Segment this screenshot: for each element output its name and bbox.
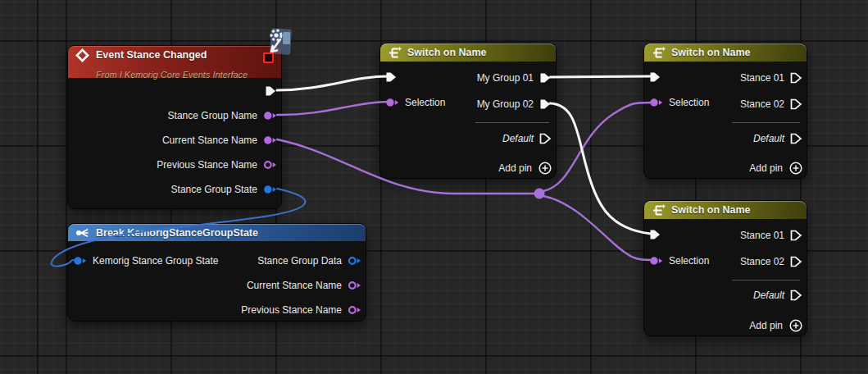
name-pin-icon — [263, 111, 277, 121]
exec-pin-hollow-icon — [790, 133, 802, 144]
default-pin[interactable]: Default — [753, 286, 802, 304]
pin-label: Previous Stance Name — [241, 304, 342, 316]
wire-exec-event-to-switch[interactable] — [277, 76, 389, 90]
struct-pin-icon — [263, 185, 277, 194]
case-stance-02-pin[interactable]: Stance 02 — [740, 95, 802, 113]
name-pin-hollow-icon — [348, 280, 361, 290]
wire-name-stancegroupname-to-selection[interactable] — [277, 102, 389, 115]
blueprint-graph-canvas[interactable]: { "colors": { "exec": "#f5f5f5", "name_p… — [0, 0, 868, 374]
pin-label: Stance Group State — [171, 184, 257, 195]
selection-pin[interactable]: Selection — [385, 94, 445, 112]
name-pin-hollow-icon — [348, 305, 361, 315]
previous-stance-name-out-pin[interactable]: Previous Stance Name — [241, 301, 361, 319]
pin-label: Stance 02 — [740, 98, 784, 110]
struct-pin-icon — [73, 256, 87, 266]
switch-sequence-icon — [652, 204, 666, 217]
wire-name-reroute-to-bottom-selection[interactable] — [543, 196, 651, 260]
case-stance-01-pin[interactable]: Stance 01 — [740, 226, 802, 244]
node-header[interactable]: Event Stance Changed From I Kemorig Core… — [68, 46, 281, 78]
node-subtitle: From I Kemorig Core Events Interface — [96, 70, 274, 80]
diamond-icon — [75, 48, 89, 62]
switch-on-name-stance-top-node[interactable]: Switch on Name Selection Stance 01 Stanc… — [643, 43, 807, 179]
case-my-group-02-pin[interactable]: My Group 02 — [477, 95, 552, 113]
pin-label: Previous Stance Name — [157, 159, 257, 171]
node-title: Switch on Name — [671, 47, 751, 58]
add-pin-button[interactable]: Add pin — [749, 317, 802, 335]
pin-label: Stance Group Name — [168, 110, 257, 121]
switch-on-name-group-node[interactable]: Switch on Name Selection My Group 01 My … — [379, 43, 557, 179]
pin-label: Kemorig Stance Group State — [93, 255, 218, 267]
struct-pin-hollow-icon — [348, 256, 361, 266]
switch-sequence-icon — [652, 47, 666, 59]
pin-label: Stance 01 — [740, 72, 784, 84]
kemorig-stance-group-state-pin[interactable]: Kemorig Stance Group State — [73, 252, 218, 270]
pin-label: Stance 02 — [740, 256, 784, 267]
exec-pin-hollow-icon — [790, 290, 802, 301]
wire-exec-mygroup01-to-top-switch[interactable] — [550, 76, 651, 77]
exec-pin-icon — [265, 85, 277, 97]
case-my-group-01-pin[interactable]: My Group 01 — [477, 69, 552, 87]
exec-pin-hollow-icon — [790, 72, 802, 84]
previous-stance-name-pin[interactable]: Previous Stance Name — [157, 156, 277, 174]
stance-group-data-pin[interactable]: Stance Group Data — [257, 252, 361, 270]
plus-circle-icon — [539, 162, 552, 175]
pin-label: Selection — [405, 97, 445, 108]
wire-exec-mygroup02-to-bottom-switch[interactable] — [550, 103, 651, 234]
break-struct-node[interactable]: Break KemorigStanceGroupState Kemorig St… — [67, 223, 366, 322]
name-pin-hollow-icon — [263, 160, 277, 170]
node-header[interactable]: Break KemorigStanceGroupState — [68, 224, 366, 241]
exec-pin-hollow-icon — [790, 256, 802, 267]
exec-pin-hollow-icon — [790, 230, 802, 241]
exec-out-pin[interactable] — [265, 82, 277, 100]
wire-name-reroute-to-top-selection[interactable] — [543, 103, 651, 191]
pin-label: Current Stance Name — [247, 280, 342, 291]
pin-label: Stance 01 — [740, 230, 784, 241]
plus-circle-icon — [789, 162, 802, 175]
add-pin-button[interactable]: Add pin — [749, 159, 802, 177]
current-stance-name-out-pin[interactable]: Current Stance Name — [247, 276, 361, 294]
default-separator — [732, 280, 800, 280]
node-header[interactable]: Switch on Name — [380, 43, 556, 62]
name-pin-icon — [263, 135, 277, 145]
add-pin-button[interactable]: Add pin — [498, 159, 552, 177]
pin-label: My Group 02 — [477, 98, 534, 110]
node-header[interactable]: Switch on Name — [644, 201, 807, 219]
default-separator — [475, 122, 549, 123]
break-struct-icon — [75, 228, 90, 238]
reroute-node[interactable] — [534, 189, 545, 199]
pin-label: Selection — [669, 255, 709, 267]
current-stance-name-pin[interactable]: Current Stance Name — [162, 131, 277, 149]
case-stance-01-pin[interactable]: Stance 01 — [740, 69, 802, 87]
node-title: Break KemorigStanceGroupState — [96, 227, 258, 239]
default-separator — [732, 122, 800, 123]
breakpoint-square-icon[interactable] — [263, 52, 274, 63]
switch-sequence-icon — [388, 47, 402, 59]
pin-label: Default — [502, 133, 534, 144]
node-title: Switch on Name — [671, 204, 751, 216]
selection-pin[interactable]: Selection — [649, 94, 709, 112]
switch-on-name-stance-bottom-node[interactable]: Switch on Name Selection Stance 01 Stanc… — [643, 200, 807, 336]
exec-pin-hollow-icon — [539, 133, 552, 144]
pin-label: Current Stance Name — [162, 135, 257, 146]
pin-label: Default — [753, 290, 784, 301]
pin-label: Stance Group Data — [257, 255, 342, 267]
add-pin-label: Add pin — [498, 162, 532, 174]
default-pin[interactable]: Default — [502, 130, 552, 148]
node-header[interactable]: Switch on Name — [644, 43, 807, 62]
pin-label: My Group 01 — [477, 72, 534, 84]
plus-circle-icon — [789, 319, 802, 332]
add-pin-label: Add pin — [749, 320, 783, 331]
pin-label: Selection — [669, 97, 709, 108]
selection-pin[interactable]: Selection — [649, 252, 709, 270]
stance-group-state-pin[interactable]: Stance Group State — [171, 180, 277, 198]
event-stance-changed-node[interactable]: Event Stance Changed From I Kemorig Core… — [67, 45, 282, 209]
stance-group-name-pin[interactable]: Stance Group Name — [168, 107, 277, 125]
default-pin[interactable]: Default — [753, 130, 802, 148]
add-pin-label: Add pin — [749, 162, 783, 174]
node-title: Switch on Name — [407, 47, 487, 58]
case-stance-02-pin[interactable]: Stance 02 — [740, 253, 802, 271]
exec-pin-hollow-icon — [790, 98, 802, 110]
node-title: Event Stance Changed — [96, 49, 274, 61]
pin-label: Default — [753, 133, 784, 144]
